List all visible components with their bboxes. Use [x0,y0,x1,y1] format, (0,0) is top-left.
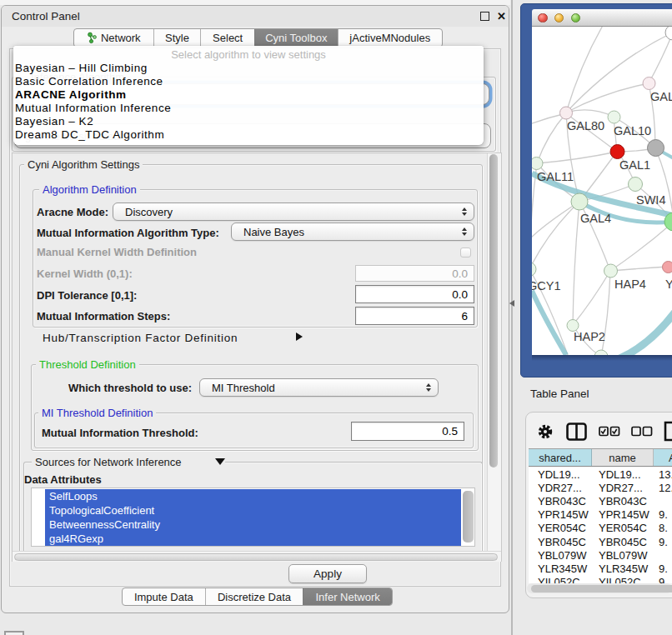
network-node-Y-node[interactable] [663,262,672,273]
table-row[interactable]: YER054CYER054C8. [529,522,672,535]
deselect-all-squares-icon[interactable] [631,426,653,437]
network-edge[interactable] [610,267,668,271]
mi-steps-field[interactable]: 6 [355,307,474,325]
network-canvas[interactable]: GAL2GAL80GAL10GAL1GAL11SWI4GAL4GCY1HAP4Y… [532,27,672,355]
split-pane-divider[interactable] [511,0,513,635]
network-edge[interactable] [537,152,617,163]
settings-hscrollbar-thumb[interactable] [14,553,498,561]
attribute-item[interactable]: gal4RGexp [45,532,461,546]
attribute-item[interactable]: BetweennessCentrality [45,518,461,532]
tab-cyni-toolbox[interactable]: Cyni Toolbox [254,29,338,47]
sources-group-title[interactable]: Sources for Network Inference [32,456,225,468]
hub-factor-section-label[interactable]: Hub/Transcription Factor Definition [43,332,238,344]
settings-vscrollbar-track[interactable] [487,153,501,551]
which-threshold-label: Which threshold to use: [68,382,192,394]
network-node-GAL7[interactable] [648,140,664,157]
network-node-edge-node-top[interactable] [665,27,672,40]
tab-label: Select [213,32,243,44]
tab-jactivemnodules[interactable]: jActiveMNodules [338,29,442,47]
network-edge[interactable] [618,308,672,355]
network-node-GCY1[interactable] [532,262,536,277]
table-row[interactable]: YPR145WYPR145W9. [529,508,672,522]
dropdown-item[interactable]: Mutual Information Inference [13,102,484,115]
table-row[interactable]: YBR043CYBR043C [529,494,672,508]
network-edge[interactable] [566,110,614,117]
tab-network[interactable]: Network [74,29,153,47]
float-window-icon[interactable] [480,12,489,21]
mi-threshold-field[interactable]: 0.5 [351,422,464,441]
aracne-mode-combo[interactable]: Discovery [113,202,474,221]
settings-gear-icon[interactable] [537,423,554,440]
algorithm-definition-title: Algorithm Definition [39,183,140,196]
settings-hscrollbar-track[interactable] [13,551,501,562]
table-row[interactable]: YLR345WYLR345W9. [529,562,672,575]
tab-infer-network[interactable]: Infer Network [303,588,392,605]
network-node-GAL4[interactable] [571,193,588,210]
table-hscrollbar-thumb[interactable] [531,585,672,592]
network-edge[interactable] [573,202,579,325]
dropdown-item[interactable]: ARACNE Algorithm [13,88,484,102]
column-header-name[interactable]: name [592,449,654,466]
table-row[interactable]: YDR27...YDR27...12. [529,481,672,494]
dropdown-item[interactable]: Bayesian – K2 [13,115,484,128]
table-hscrollbar-track[interactable] [527,583,672,593]
tab-discretize-data[interactable]: Discretize Data [205,588,303,605]
attribute-item[interactable]: TopologicalCoefficient [45,503,461,518]
network-edge[interactable] [566,83,649,112]
collapse-divider-icon[interactable] [509,300,514,307]
node-label-GCY1: GCY1 [532,279,561,292]
attribute-item[interactable]: SelfLoops [45,489,461,503]
dropdown-item[interactable]: Dream8 DC_TDC Algorithm [13,128,484,142]
network-node-GAL2[interactable] [643,78,655,90]
zoom-traffic-icon[interactable] [571,13,581,23]
network-edge[interactable] [532,202,579,269]
tab-style[interactable]: Style [153,29,201,47]
dpi-tolerance-field[interactable]: 0.0 [355,285,474,303]
new-file-icon[interactable] [664,421,672,442]
minimize-traffic-icon[interactable] [554,13,564,23]
mi-algorithm-type-combo[interactable]: Naive Bayes [231,222,474,241]
network-node-SWI4[interactable] [629,178,643,192]
apply-button[interactable]: Apply [288,564,367,583]
network-node-GAL1[interactable] [610,145,624,159]
tab-impute-data[interactable]: Impute Data [123,588,205,605]
split-panel-icon[interactable] [566,422,587,442]
close-window-icon[interactable]: ✕ [497,10,506,22]
attributes-scrollbar-thumb[interactable] [463,491,474,542]
which-threshold-combo[interactable]: MI Threshold [199,378,439,397]
select-all-checks-icon[interactable] [599,426,620,437]
kernel-width-field[interactable]: 0.0 [355,265,474,282]
network-node-GAL11[interactable] [532,158,543,170]
docked-panel-icon[interactable] [4,631,24,635]
column-header-a[interactable]: A [654,449,672,466]
close-traffic-icon[interactable] [538,13,548,23]
network-edge[interactable] [537,113,566,163]
network-edge[interactable] [573,271,610,325]
settings-vscrollbar-thumb[interactable] [489,154,498,468]
network-edge[interactable] [649,32,672,83]
network-edge[interactable] [610,222,672,271]
network-node-GAL80[interactable] [560,107,573,119]
node-label-HAP2: HAP2 [574,330,605,343]
tab-label: Style [165,32,189,44]
expand-arrow-icon[interactable] [296,332,303,341]
table-row[interactable]: YIL052CYIL052C9. [529,576,672,584]
tab-select[interactable]: Select [200,29,254,47]
network-node-HAP4[interactable] [604,264,618,278]
table-row[interactable]: YDL19...YDL19...13. [529,468,672,481]
data-attributes-list[interactable]: SelfLoopsTopologicalCoefficientBetweenne… [31,488,475,547]
table-cell: YER054C [592,522,654,534]
collapse-arrow-icon[interactable] [215,458,225,465]
network-edge[interactable] [566,27,607,112]
selected-attributes[interactable]: SelfLoopsTopologicalCoefficientBetweenne… [45,489,461,547]
column-header-shared-[interactable]: shared... [529,449,592,466]
table-row[interactable]: YBL079WYBL079W [529,548,672,562]
manual-kernel-width-checkbox[interactable] [460,248,471,258]
network-node-GAL10[interactable] [608,111,620,123]
dropdown-item[interactable]: Bayesian – Hill Climbing [13,62,484,75]
dropdown-item[interactable]: Basic Correlation Inference [13,75,484,88]
network-edge[interactable] [532,291,566,355]
table-row[interactable]: YBR045CYBR045C9. [529,535,672,548]
application-frame: Control Panel ✕ NetworkStyleSelectCyni T… [0,0,672,635]
network-graph[interactable]: GAL2GAL80GAL10GAL1GAL11SWI4GAL4GCY1HAP4Y… [532,27,672,355]
